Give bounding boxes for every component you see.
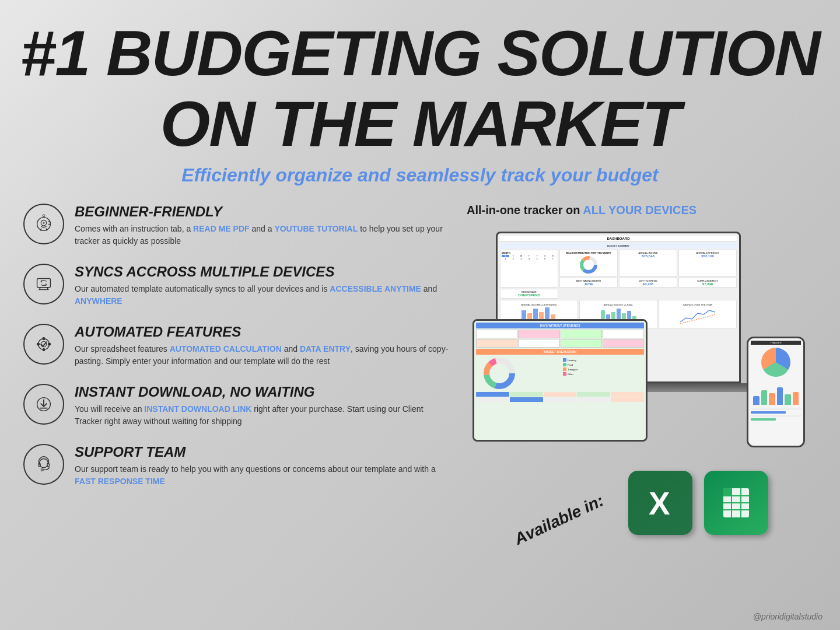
phone-bar-6: [793, 392, 799, 405]
phone-data-rows: [751, 408, 801, 421]
phone-content: TRACKER: [748, 338, 803, 446]
automated-description: Our spreadsheet features AUTOMATED CALCU…: [75, 343, 449, 368]
bills-distribution-cell: BILLS DISTRIBUTION FOR THIS MONTH: [559, 250, 618, 276]
beginner-friendly-heading: BEGINNER-FRIENDLY: [75, 204, 449, 220]
phone-row-1: [751, 408, 801, 410]
phone-bar-2: [761, 390, 768, 405]
annual-income-cell: ANNUAL INCOME $76,548: [619, 250, 677, 276]
automated-text: AUTOMATED FEATURES Our spreadsheet featu…: [75, 324, 449, 368]
title-line1: #1 BUDGETING SOLUTION: [0, 18, 840, 88]
tablet-header: DAYS WITHOUT SPENDINGS: [476, 323, 644, 328]
tracker-heading-highlight: ALL YOUR DEVICES: [583, 204, 696, 216]
svg-text:X: X: [649, 485, 670, 522]
svg-point-21: [39, 459, 48, 468]
annual-expenses-cell: ANNUAL EXPENSES $52,100: [678, 250, 737, 276]
tracker-heading-normal: All-in-one tracker on: [467, 204, 583, 216]
calendar-cell: MONTH M T W T F S S 1: [500, 250, 558, 288]
data-row-4: [577, 392, 610, 397]
phone-row-4: [751, 418, 776, 421]
available-section: Available in: X: [515, 471, 769, 535]
phone-bar-3: [769, 393, 775, 405]
watermark: @prioridigitalstudio: [753, 612, 822, 621]
feature-instant-download: INSTANT DOWNLOAD, NO WAITING You will re…: [23, 384, 449, 428]
instant-download-heading: INSTANT DOWNLOAD, NO WAITING: [75, 384, 449, 400]
tablet-grid: [476, 330, 644, 348]
phone-bar-chart: [751, 382, 801, 405]
svg-rect-15: [43, 349, 45, 351]
automated-heading: AUTOMATED FEATURES: [75, 324, 449, 340]
tablet-legend: Housing Food Transport Other: [561, 356, 644, 391]
beginner-friendly-description: Comes with an instruction tab, a READ ME…: [75, 223, 449, 247]
budget-summary-label: BUDGET SUMMARY: [500, 243, 737, 249]
support-description: Our support team is ready to help you wi…: [75, 463, 449, 488]
phone-bar-5: [785, 394, 791, 405]
best-saving-cell: BEST SAVING MONTH JUNE: [559, 278, 618, 288]
support-heading: SUPPORT TEAM: [75, 444, 449, 460]
tablet-pie-chart: [476, 356, 523, 391]
tracker-heading-container: All-in-one tracker on ALL YOUR DEVICES: [467, 204, 817, 217]
checkmark-gear-icon: [23, 324, 64, 365]
data-row-1: [476, 392, 509, 397]
support-icon: [23, 444, 64, 485]
tablet-cell-5: [476, 339, 517, 348]
tablet-mockup: DAYS WITHOUT SPENDINGS BUDGET BREAKDOWN: [473, 319, 648, 442]
svg-point-24: [41, 469, 43, 471]
svg-text:ANNUAL BUDGET vs REAL: ANNUAL BUDGET vs REAL: [604, 303, 634, 306]
download-icon: [23, 384, 64, 425]
title-line2: ON THE MARKET: [0, 88, 840, 159]
phone-row-2: [751, 411, 786, 414]
data-row-10: [611, 397, 644, 402]
svg-text:SAVINGS OVER THE YEAR: SAVINGS OVER THE YEAR: [683, 303, 713, 306]
svg-text:ANNUAL INCOME vs EXPENSES: ANNUAL INCOME vs EXPENSES: [522, 303, 557, 306]
phone-header: TRACKER: [751, 341, 801, 345]
feature-syncs-devices: SYNCS ACCROSS MULTIPLE DEVICES Our autom…: [23, 264, 449, 307]
main-title: #1 BUDGETING SOLUTION ON THE MARKET: [0, 0, 840, 159]
surplus-cell: SURPLUS/DEFICIT $7,848: [678, 278, 737, 288]
tablet-data-rows: [476, 392, 644, 402]
data-row-7: [510, 397, 543, 402]
device-mockup: DASHBOARD BUDGET SUMMARY MONTH M T W T: [473, 232, 811, 430]
feature-automated: AUTOMATED FEATURES Our spreadsheet featu…: [23, 324, 449, 368]
svg-rect-16: [37, 344, 40, 345]
tablet-cell-4: [603, 330, 644, 338]
tablet-cell-6: [518, 339, 559, 348]
instant-download-text: INSTANT DOWNLOAD, NO WAITING You will re…: [75, 384, 449, 428]
tablet-cell-1: [476, 330, 517, 338]
tablet-content: DAYS WITHOUT SPENDINGS BUDGET BREAKDOWN: [474, 321, 646, 440]
sheets-app-icon: [704, 471, 768, 535]
sync-devices-icon: [23, 264, 64, 304]
support-text: SUPPORT TEAM Our support team is ready t…: [75, 444, 449, 488]
phone-bar-1: [753, 396, 760, 405]
phone-bar-4: [777, 387, 783, 405]
available-text: Available in:: [511, 491, 607, 550]
excel-letter: X: [640, 482, 681, 523]
broke-save-cell: BROKE/SAVE OVERSPEND: [500, 289, 558, 299]
phone-pie-chart: [761, 348, 790, 377]
piggy-bank-icon: [23, 204, 64, 244]
svg-rect-17: [48, 344, 51, 345]
syncs-devices-description: Our automated template automatically syn…: [75, 283, 449, 307]
sheets-grid-icon: [719, 485, 754, 520]
tablet-cell-8: [603, 339, 644, 348]
subtitle-text: Efficiently organize and seamlessly trac…: [0, 164, 840, 186]
dashboard-header: DASHBOARD: [500, 236, 737, 242]
syncs-devices-text: SYNCS ACCROSS MULTIPLE DEVICES Our autom…: [75, 264, 449, 307]
dashboard-grid: MONTH M T W T F S S 1: [500, 250, 737, 299]
excel-app-icon: X: [628, 471, 692, 535]
right-panel: All-in-one tracker on ALL YOUR DEVICES D…: [467, 204, 817, 535]
svg-rect-14: [43, 338, 45, 340]
data-row-2: [510, 392, 543, 397]
data-row-8: [544, 397, 577, 402]
tablet-cell-7: [561, 339, 602, 348]
feature-beginner-friendly: BEGINNER-FRIENDLY Comes with an instruct…: [23, 204, 449, 247]
phone-mockup: TRACKER: [747, 337, 805, 447]
subtitle-section: Efficiently organize and seamlessly trac…: [0, 164, 840, 186]
data-row-3: [544, 392, 577, 397]
syncs-devices-heading: SYNCS ACCROSS MULTIPLE DEVICES: [75, 264, 449, 280]
data-row-9: [577, 397, 610, 402]
phone-row-3: [751, 415, 801, 417]
beginner-friendly-text: BEGINNER-FRIENDLY Comes with an instruct…: [75, 204, 449, 247]
savings-over-year-chart: SAVINGS OVER THE YEAR: [659, 300, 737, 329]
tablet-budget-header: BUDGET BREAKDOWN: [476, 349, 644, 355]
left-for-spend-cell: LEFT TO SPEND $4,206: [619, 278, 677, 288]
